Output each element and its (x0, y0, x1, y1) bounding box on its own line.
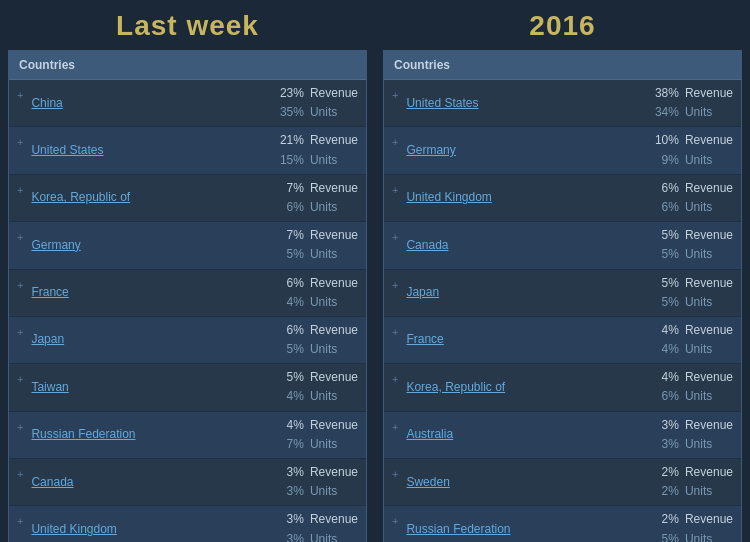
expand-icon[interactable]: + (384, 80, 402, 109)
revenue-percent: 23% (280, 84, 304, 103)
revenue-label: Revenue (310, 321, 358, 340)
units-label: Units (685, 387, 733, 406)
country-name: Germany (27, 222, 273, 268)
units-percent: 5% (662, 293, 679, 312)
country-link[interactable]: United States (31, 141, 269, 160)
stats-percentage-col: 3%3% (273, 506, 308, 542)
table-row: +Taiwan5%4%RevenueUnits (9, 364, 366, 411)
country-link[interactable]: Japan (406, 283, 644, 302)
country-link[interactable]: Germany (406, 141, 644, 160)
units-label: Units (310, 245, 358, 264)
expand-icon[interactable]: + (9, 506, 27, 535)
stats-percentage-col: 6%6% (648, 175, 683, 221)
table-row: +Japan6%5%RevenueUnits (9, 317, 366, 364)
stats-percentage-col: 5%5% (648, 270, 683, 316)
stats-label-col: RevenueUnits (683, 412, 741, 458)
expand-icon[interactable]: + (9, 412, 27, 441)
table-row: +United Kingdom3%3%RevenueUnits (9, 506, 366, 542)
table-row: +Korea, Republic of4%6%RevenueUnits (384, 364, 741, 411)
table-row: +China23%35%RevenueUnits (9, 80, 366, 127)
country-name: Canada (402, 222, 648, 268)
country-link[interactable]: Canada (406, 236, 644, 255)
country-link[interactable]: China (31, 94, 269, 113)
stats-percentage-col: 4%7% (273, 412, 308, 458)
revenue-percent: 2% (662, 463, 679, 482)
table-row: +Sweden2%2%RevenueUnits (384, 459, 741, 506)
country-link[interactable]: Russian Federation (31, 425, 269, 444)
units-percent: 6% (287, 198, 304, 217)
stats-percentage-col: 7%5% (273, 222, 308, 268)
units-percent: 7% (287, 435, 304, 454)
country-link[interactable]: Russian Federation (406, 520, 644, 539)
country-link[interactable]: Japan (31, 330, 269, 349)
country-link[interactable]: Korea, Republic of (406, 378, 644, 397)
revenue-percent: 3% (287, 463, 304, 482)
expand-icon[interactable]: + (384, 412, 402, 441)
expand-icon[interactable]: + (384, 175, 402, 204)
stats-percentage-col: 5%5% (648, 222, 683, 268)
revenue-percent: 4% (662, 368, 679, 387)
revenue-percent: 21% (280, 131, 304, 150)
country-link[interactable]: Australia (406, 425, 644, 444)
revenue-label: Revenue (310, 510, 358, 529)
units-percent: 5% (287, 245, 304, 264)
units-label: Units (310, 387, 358, 406)
stats-percentage-col: 21%15% (273, 127, 308, 173)
stats-label-col: RevenueUnits (683, 459, 741, 505)
country-name: Russian Federation (402, 506, 648, 542)
expand-icon[interactable]: + (384, 317, 402, 346)
units-percent: 35% (280, 103, 304, 122)
revenue-percent: 4% (287, 416, 304, 435)
country-link[interactable]: Germany (31, 236, 269, 255)
expand-icon[interactable]: + (9, 127, 27, 156)
revenue-label: Revenue (685, 510, 733, 529)
table-row: +United States21%15%RevenueUnits (9, 127, 366, 174)
expand-icon[interactable]: + (9, 80, 27, 109)
units-percent: 15% (280, 151, 304, 170)
stats-label-col: RevenueUnits (308, 222, 366, 268)
stats-label-col: RevenueUnits (308, 364, 366, 410)
expand-icon[interactable]: + (9, 364, 27, 393)
revenue-label: Revenue (310, 463, 358, 482)
table-row: +Korea, Republic of7%6%RevenueUnits (9, 175, 366, 222)
revenue-percent: 38% (655, 84, 679, 103)
revenue-label: Revenue (685, 226, 733, 245)
units-percent: 4% (662, 340, 679, 359)
country-name: Korea, Republic of (402, 364, 648, 410)
expand-icon[interactable]: + (384, 459, 402, 488)
expand-icon[interactable]: + (9, 270, 27, 299)
expand-icon[interactable]: + (9, 222, 27, 251)
expand-icon[interactable]: + (384, 270, 402, 299)
units-percent: 3% (287, 482, 304, 501)
country-link[interactable]: Canada (31, 473, 269, 492)
units-label: Units (310, 293, 358, 312)
stats-percentage-col: 7%6% (273, 175, 308, 221)
country-link[interactable]: Sweden (406, 473, 644, 492)
revenue-label: Revenue (310, 131, 358, 150)
stats-label-col: RevenueUnits (683, 222, 741, 268)
revenue-label: Revenue (310, 226, 358, 245)
expand-icon[interactable]: + (9, 459, 27, 488)
country-link[interactable]: France (406, 330, 644, 349)
country-name: France (27, 270, 273, 316)
country-link[interactable]: United States (406, 94, 644, 113)
stats-label-col: RevenueUnits (308, 506, 366, 542)
table-row: +France6%4%RevenueUnits (9, 270, 366, 317)
units-percent: 4% (287, 387, 304, 406)
expand-icon[interactable]: + (384, 506, 402, 535)
expand-icon[interactable]: + (384, 222, 402, 251)
expand-icon[interactable]: + (9, 317, 27, 346)
country-link[interactable]: United Kingdom (406, 188, 644, 207)
table-row: +Japan5%5%RevenueUnits (384, 270, 741, 317)
revenue-percent: 6% (287, 274, 304, 293)
stats-label-col: RevenueUnits (683, 506, 741, 542)
expand-icon[interactable]: + (384, 364, 402, 393)
units-percent: 4% (287, 293, 304, 312)
expand-icon[interactable]: + (9, 175, 27, 204)
country-link[interactable]: Korea, Republic of (31, 188, 269, 207)
country-link[interactable]: France (31, 283, 269, 302)
expand-icon[interactable]: + (384, 127, 402, 156)
country-link[interactable]: United Kingdom (31, 520, 269, 539)
country-link[interactable]: Taiwan (31, 378, 269, 397)
units-percent: 9% (662, 151, 679, 170)
